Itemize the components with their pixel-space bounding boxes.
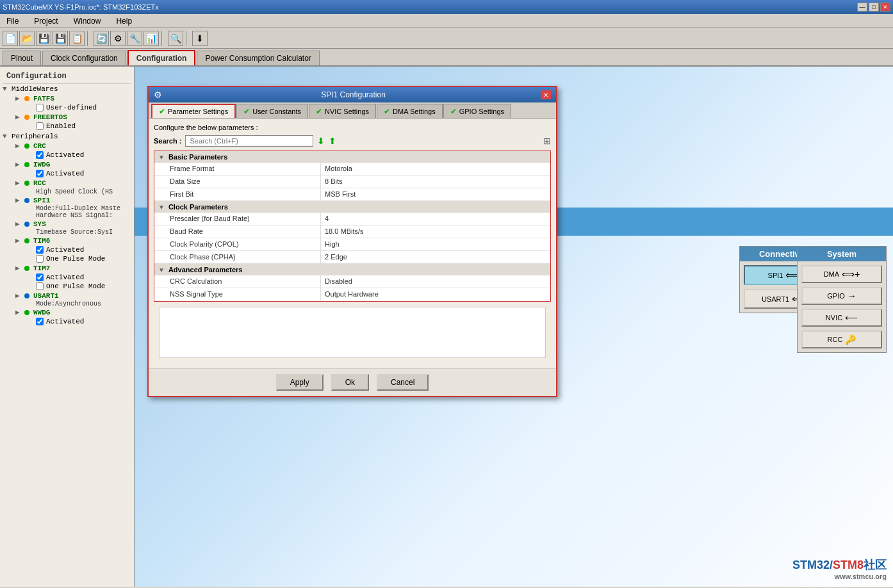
tim7-checkbox1[interactable] (36, 274, 44, 281)
rcc-child-label: High Speed Clock (HS (36, 188, 113, 195)
param-datasize-value: 8 Bits (321, 176, 550, 188)
freertos-expand[interactable]: ▶ (15, 113, 22, 121)
search-input[interactable] (185, 135, 313, 147)
rcc-label[interactable]: RCC (33, 179, 46, 187)
freertos-label[interactable]: FREERTOS (33, 113, 67, 121)
spi1-label[interactable]: SPI1 (33, 197, 50, 204)
fatfs-expand[interactable]: ▶ (15, 94, 22, 102)
fatfs-node: ▶ FATFS (15, 94, 131, 103)
crc-checkbox[interactable] (36, 151, 44, 159)
toolbar-save[interactable]: 💾 (36, 31, 51, 46)
wwdg-label[interactable]: WWDG (33, 309, 50, 316)
tim7-checkbox2[interactable] (36, 282, 44, 290)
nvic-sys-icon: ⟵ (845, 313, 858, 323)
sys-dot (24, 222, 29, 227)
spi1-expand[interactable]: ▶ (15, 196, 22, 204)
middlewares-expand[interactable]: ▼ (3, 85, 9, 93)
toolbar-open[interactable]: 📂 (19, 31, 35, 46)
tab-power[interactable]: Power Consumption Calculator (197, 51, 319, 65)
tab-clock[interactable]: Clock Configuration (42, 51, 126, 65)
sys-expand[interactable]: ▶ (15, 220, 22, 228)
dialog-tab-dma[interactable]: ✔ DMA Settings (377, 104, 443, 118)
dialog-close-button[interactable]: ✕ (541, 90, 551, 99)
sys-label[interactable]: SYS (33, 220, 46, 228)
fatfs-label[interactable]: FATFS (33, 95, 54, 102)
section-basic[interactable]: ▼ Basic Parameters (154, 151, 550, 163)
toolbar-save2[interactable]: 💾 (53, 31, 68, 46)
left-panel: Configuration ▼ MiddleWares ▶ FATFS User… (0, 67, 135, 587)
tim7-expand[interactable]: ▶ (15, 264, 22, 272)
system-content: DMA ⟺+ GPIO → NVIC ⟵ RCC 🔑 (798, 261, 886, 352)
toolbar-btn8[interactable]: 🔧 (127, 31, 142, 46)
nvic-system-button[interactable]: NVIC ⟵ (801, 309, 882, 327)
minimize-button[interactable]: — (857, 3, 867, 12)
toolbar-btn11[interactable]: ⬇ (192, 31, 208, 46)
menu-window[interactable]: Window (70, 15, 105, 27)
tim6-label[interactable]: TIM6 (33, 237, 50, 245)
grid-view-button[interactable]: ⊞ (543, 136, 551, 146)
param-data-size: Data Size 8 Bits (154, 176, 550, 188)
tim7-activated-label: Activated (46, 274, 84, 281)
param-cpha-value: 2 Edge (321, 251, 550, 263)
maximize-button[interactable]: □ (869, 3, 879, 12)
tab-configuration[interactable]: Configuration (127, 50, 196, 65)
usart1-label[interactable]: USART1 (33, 292, 59, 300)
dialog-tab-nvic[interactable]: ✔ NVIC Settings (309, 104, 376, 118)
dialog-tab-parameters[interactable]: ✔ Parameter Settings (151, 104, 236, 118)
wwdg-expand[interactable]: ▶ (15, 308, 22, 316)
dialog-tab-constants-label: User Constants (252, 108, 301, 115)
menu-project[interactable]: Project (30, 15, 61, 27)
tab-pinout[interactable]: Pinout (3, 51, 41, 65)
iwdg-expand[interactable]: ▶ (15, 160, 22, 168)
spi1-child: Mode:Full-Duplex Maste Hardware NSS Sign… (15, 205, 131, 219)
search-next-button[interactable]: ⬆ (329, 136, 336, 146)
crc-expand[interactable]: ▶ (15, 142, 22, 150)
menu-help[interactable]: Help (112, 15, 136, 27)
main-content: Configuration ▼ MiddleWares ▶ FATFS User… (0, 67, 893, 587)
tim7-section: ▶ TIM7 Activated One Pulse Mode (3, 263, 131, 291)
crc-label[interactable]: CRC (33, 142, 46, 150)
toolbar-btn7[interactable]: ⚙ (110, 31, 126, 46)
param-crc-value: Disabled (321, 275, 550, 288)
iwdg-checkbox[interactable] (36, 170, 44, 177)
param-cpol: Clock Polarity (CPOL) High (154, 238, 550, 251)
fatfs-checkbox[interactable] (36, 104, 44, 111)
tim6-checkbox1[interactable] (36, 246, 44, 254)
apply-button[interactable]: Apply (276, 374, 324, 391)
rcc-expand[interactable]: ▶ (15, 179, 22, 187)
peripherals-expand[interactable]: ▼ (3, 133, 9, 140)
tree-middlewares: ▼ MiddleWares ▶ FATFS User-defined (3, 84, 131, 131)
usart1-expand[interactable]: ▶ (15, 291, 22, 300)
tim7-label[interactable]: TIM7 (33, 265, 50, 272)
wwdg-dot (24, 310, 29, 315)
gpio-system-button[interactable]: GPIO → (801, 287, 882, 305)
config-dialog: ⚙ SPI1 Configuration ✕ ✔ Parameter Setti… (147, 86, 557, 397)
dialog-title-text: SPI1 Configuration (321, 90, 386, 99)
iwdg-label[interactable]: IWDG (33, 161, 50, 168)
toolbar-btn5[interactable]: 📋 (69, 31, 85, 46)
section-advanced[interactable]: ▼ Advanced Parameters (154, 264, 550, 275)
ok-button[interactable]: Ok (331, 374, 369, 391)
toolbar-btn10[interactable]: 🔍 (168, 31, 183, 46)
rcc-sys-icon: 🔑 (845, 334, 856, 345)
toolbar-new[interactable]: 📄 (3, 31, 18, 46)
dialog-tab-constants[interactable]: ✔ User Constants (236, 104, 308, 118)
toolbar-btn9[interactable]: 📊 (143, 31, 159, 46)
rcc-child: High Speed Clock (HS (15, 188, 131, 195)
tim6-expand[interactable]: ▶ (15, 236, 22, 245)
param-frame-name: Frame Format (154, 163, 321, 175)
search-prev-button[interactable]: ⬇ (317, 136, 325, 146)
dialog-tab-gpio[interactable]: ✔ GPIO Settings (443, 104, 511, 118)
dma-system-button[interactable]: DMA ⟺+ (801, 265, 882, 283)
cancel-button[interactable]: Cancel (377, 374, 429, 391)
tim6-checkbox2[interactable] (36, 255, 44, 263)
section-clock-label: Clock Parameters (168, 203, 228, 211)
close-button[interactable]: ✕ (880, 3, 890, 12)
wwdg-checkbox[interactable] (36, 318, 44, 325)
rcc-system-button[interactable]: RCC 🔑 (801, 331, 882, 348)
menu-file[interactable]: File (3, 15, 22, 27)
section-clock[interactable]: ▼ Clock Parameters (154, 201, 550, 213)
toolbar-btn6[interactable]: 🔄 (94, 31, 109, 46)
freertos-checkbox[interactable] (36, 122, 44, 130)
param-nss-value: Output Hardware (321, 288, 550, 301)
